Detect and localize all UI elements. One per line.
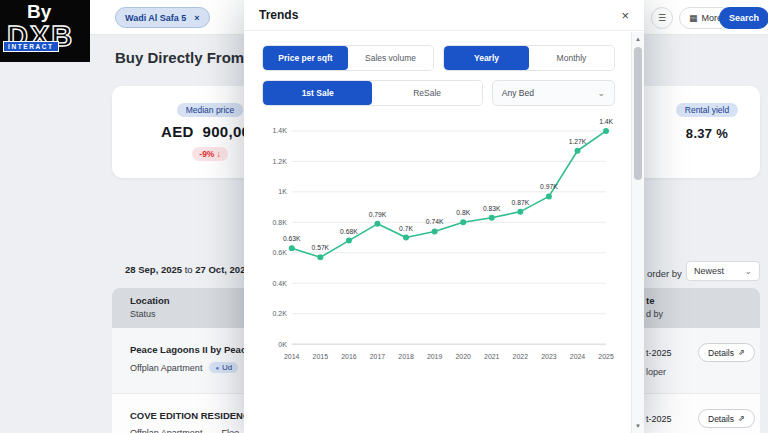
chevron-down-icon: ⌄	[744, 267, 752, 276]
svg-text:1K: 1K	[278, 188, 287, 195]
listing-type: Offplan Apartment	[130, 363, 202, 373]
search-button[interactable]: Search	[719, 7, 768, 29]
svg-text:2024: 2024	[570, 353, 586, 360]
modal-header: Trends ×	[244, 0, 644, 31]
tab-sales-volume[interactable]: Sales volume	[348, 46, 433, 70]
details-button-label: Details	[708, 414, 734, 424]
chevron-down-icon: ⌄	[597, 89, 605, 98]
scrollbar-thumb[interactable]	[634, 47, 642, 180]
details-button[interactable]: Details ⇗	[698, 409, 755, 428]
external-link-icon: ⇗	[738, 414, 745, 423]
scroll-down-arrow[interactable]: ▼	[632, 420, 644, 432]
modal-title: Trends	[259, 8, 298, 22]
bed-filter-value: Any Bed	[502, 88, 534, 98]
svg-text:2025: 2025	[598, 353, 614, 360]
bed-filter-select[interactable]: Any Bed ⌄	[492, 80, 615, 106]
metric-tab-group: Price per sqft Sales volume	[262, 45, 434, 71]
badge-dot-icon: ●	[215, 365, 219, 371]
location-chip-label: Wadi Al Safa 5	[125, 13, 186, 23]
tab-monthly[interactable]: Monthly	[529, 46, 614, 70]
trends-modal: Trends × Price per sqft Sales volume Yea…	[244, 0, 644, 433]
median-change-value: -9%	[199, 149, 214, 159]
location-chip[interactable]: Wadi Al Safa 5 ×	[115, 7, 210, 28]
date-listedby-header: te d by	[646, 295, 663, 319]
close-button[interactable]: ×	[621, 9, 629, 22]
svg-text:2015: 2015	[313, 353, 329, 360]
svg-text:0.6K: 0.6K	[273, 249, 288, 256]
tab-resale[interactable]: ReSale	[372, 81, 481, 105]
date-range: 28 Sep, 2025 to 27 Oct, 2025	[125, 264, 251, 275]
location-status-header: Location Status	[130, 295, 170, 319]
date-header-fragment: te	[646, 295, 663, 306]
trends-line-chart: 0K0.2K0.4K0.6K0.8K1K1.2K1.4K201420152016…	[262, 115, 615, 369]
listing-badge: ● Ud	[209, 362, 238, 373]
listing-title: Peace Lagoons II by Peac	[130, 344, 246, 355]
sale-bed-filter-row: 1st Sale ReSale Any Bed ⌄	[262, 80, 615, 106]
svg-text:1.2K: 1.2K	[273, 158, 288, 165]
location-header-label: Location	[130, 295, 170, 306]
svg-text:1.4K: 1.4K	[599, 118, 613, 125]
modal-scrollbar[interactable]: ▲ ▼	[631, 32, 644, 433]
listing-subtitle-fragment: Floo	[221, 428, 239, 433]
external-link-icon: ⇗	[738, 348, 745, 357]
listing-date-fragment: t-2025	[646, 414, 672, 424]
svg-text:0.2K: 0.2K	[273, 310, 288, 317]
logo-interact-band: INTERACT	[3, 41, 59, 52]
status-header-label: Status	[130, 309, 170, 319]
listing-subtitle: Offplan Apartment Floo	[130, 428, 239, 433]
svg-text:2016: 2016	[341, 353, 357, 360]
tab-first-sale[interactable]: 1st Sale	[263, 81, 372, 105]
period-tab-group: Yearly Monthly	[443, 45, 615, 71]
svg-text:0.83K: 0.83K	[483, 205, 501, 212]
rental-yield-stat: Rental yield 8.37 %	[652, 99, 762, 141]
date-from: 28 Sep, 2025	[125, 264, 182, 275]
date-to: 27 Oct, 2025	[195, 264, 250, 275]
scroll-up-arrow[interactable]: ▲	[632, 33, 644, 45]
svg-text:2014: 2014	[284, 353, 300, 360]
listing-date-fragment: t-2025	[646, 348, 672, 358]
metric-period-filter-row: Price per sqft Sales volume Yearly Month…	[262, 45, 615, 71]
svg-text:0.8K: 0.8K	[273, 219, 288, 226]
filter-icon-button[interactable]: ☰	[651, 7, 673, 29]
svg-text:0.68K: 0.68K	[340, 228, 358, 235]
details-button-label: Details	[708, 348, 734, 358]
order-by-label: order by	[647, 268, 682, 279]
grid-icon: ▦	[689, 13, 698, 23]
details-button[interactable]: Details ⇗	[698, 343, 755, 362]
rental-yield-value: 8.37 %	[652, 126, 762, 141]
svg-text:2021: 2021	[484, 353, 500, 360]
tab-yearly[interactable]: Yearly	[444, 46, 529, 70]
svg-text:0.87K: 0.87K	[512, 199, 530, 206]
svg-text:1.4K: 1.4K	[273, 127, 288, 134]
tab-price-per-sqft[interactable]: Price per sqft	[263, 46, 348, 70]
svg-text:2019: 2019	[427, 353, 443, 360]
svg-text:0K: 0K	[278, 341, 287, 348]
sale-type-tab-group: 1st Sale ReSale	[262, 80, 483, 106]
svg-text:0.79K: 0.79K	[369, 211, 387, 218]
svg-text:1.27K: 1.27K	[569, 138, 587, 145]
svg-text:2017: 2017	[370, 353, 386, 360]
svg-text:0.57K: 0.57K	[312, 244, 330, 251]
svg-text:2023: 2023	[541, 353, 557, 360]
median-change-badge: -9% ↓	[192, 147, 227, 161]
listing-subtitle: Offplan Apartment ● Ud	[130, 362, 238, 373]
order-by-select[interactable]: Newest ⌄	[686, 261, 760, 281]
svg-text:0.8K: 0.8K	[456, 209, 470, 216]
rental-yield-badge: Rental yield	[676, 103, 738, 117]
down-trend-icon: ↓	[216, 149, 220, 159]
listing-badge-label: Ud	[222, 363, 232, 372]
order-by-value: Newest	[694, 266, 724, 276]
listing-title: COVE EDITION RESIDENCE	[130, 410, 256, 421]
dxb-interact-logo[interactable]: By DXB INTERACT	[0, 0, 90, 62]
svg-text:2020: 2020	[455, 353, 471, 360]
svg-text:0.74K: 0.74K	[426, 219, 444, 226]
listed-by-header-fragment: d by	[646, 309, 663, 319]
listing-listedby-fragment: loper	[646, 367, 666, 377]
svg-text:0.4K: 0.4K	[273, 280, 288, 287]
filter-icon: ☰	[658, 13, 666, 23]
date-connector: to	[185, 264, 193, 275]
modal-body: Price per sqft Sales volume Yearly Month…	[244, 32, 631, 433]
clear-icon[interactable]: ×	[194, 13, 199, 23]
median-price-badge: Median price	[177, 103, 244, 117]
listing-type: Offplan Apartment	[130, 428, 202, 433]
